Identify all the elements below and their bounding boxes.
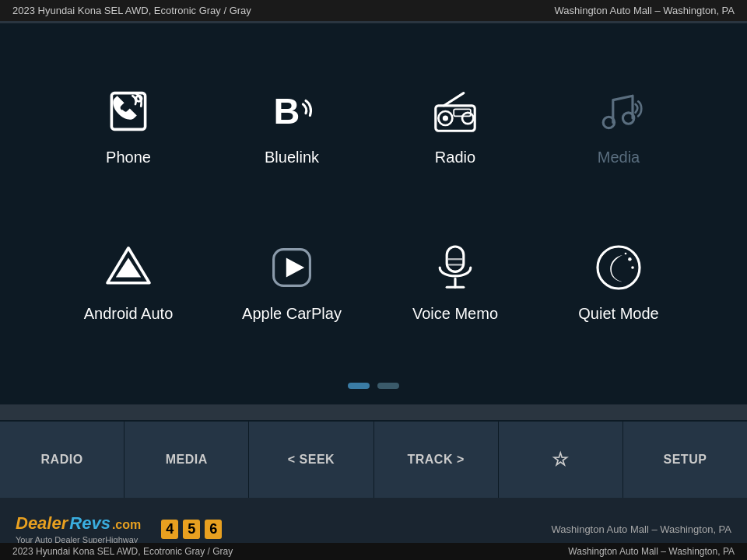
track-control-button[interactable]: TRACK > xyxy=(374,422,499,498)
voice-memo-label: Voice Memo xyxy=(412,305,498,323)
header-bar: 2023 Hyundai Kona SEL AWD, Ecotronic Gra… xyxy=(0,0,747,21)
radio-control-label: RADIO xyxy=(41,453,83,467)
seek-control-label: < SEEK xyxy=(288,453,335,467)
watermark-number-6: 6 xyxy=(205,520,222,539)
radio-control-button[interactable]: RADIO xyxy=(0,422,124,498)
bottom-caption-left: 2023 Hyundai Kona SEL AWD, Ecotronic Gra… xyxy=(12,546,233,557)
seek-control-button[interactable]: < SEEK xyxy=(249,422,374,498)
radio-app-button[interactable]: Radio xyxy=(374,47,537,203)
svg-point-20 xyxy=(628,257,632,261)
page-dot-1[interactable] xyxy=(348,383,370,389)
media-control-button[interactable]: MEDIA xyxy=(124,422,249,498)
apple-carplay-app-button[interactable]: Apple CarPlay xyxy=(210,203,374,359)
footer-right: Washington Auto Mall – Washington, PA xyxy=(552,523,731,535)
svg-point-22 xyxy=(625,253,627,255)
bluelink-label: Bluelink xyxy=(265,149,319,166)
header-right: Washington Auto Mall – Washington, PA xyxy=(555,5,735,16)
android-auto-label: Android Auto xyxy=(84,305,174,323)
watermark-number-5: 5 xyxy=(183,520,200,539)
watermark: Dealer Revs .com Your Auto Dealer SuperH… xyxy=(16,513,222,544)
phone-app-button[interactable]: Phone xyxy=(47,47,210,203)
media-label: Media xyxy=(598,149,640,166)
watermark-number-4: 4 xyxy=(161,520,178,539)
bottom-caption-bar: 2023 Hyundai Kona SEL AWD, Ecotronic Gra… xyxy=(0,543,747,560)
favorite-control-button[interactable]: ☆ xyxy=(499,422,623,498)
radio-label: Radio xyxy=(435,149,475,166)
svg-line-3 xyxy=(444,93,464,106)
media-control-label: MEDIA xyxy=(166,453,208,467)
favorite-icon: ☆ xyxy=(552,449,570,471)
app-icons-grid: Phone B Bluelink xyxy=(0,23,747,383)
quiet-mode-app-button[interactable]: Quiet Mode xyxy=(537,203,700,359)
page-dot-2[interactable] xyxy=(377,383,399,389)
setup-control-label: SETUP xyxy=(664,453,707,467)
android-auto-app-button[interactable]: Android Auto xyxy=(47,203,210,359)
bottom-caption-right: Washington Auto Mall – Washington, PA xyxy=(568,546,735,557)
header-left: 2023 Hyundai Kona SEL AWD, Ecotronic Gra… xyxy=(12,5,251,16)
media-app-button[interactable]: Media xyxy=(537,47,700,203)
svg-point-6 xyxy=(462,113,473,124)
voice-memo-app-button[interactable]: Voice Memo xyxy=(374,203,537,359)
quiet-mode-label: Quiet Mode xyxy=(578,305,658,323)
watermark-com: .com xyxy=(112,518,141,532)
svg-marker-13 xyxy=(286,257,304,277)
footer-right-text: Washington Auto Mall – Washington, PA xyxy=(552,523,731,535)
watermark-dealer: Dealer xyxy=(16,513,68,534)
svg-text:B: B xyxy=(274,91,300,131)
controls-bar: RADIO MEDIA < SEEK TRACK > ☆ SETUP xyxy=(0,420,747,498)
infotainment-screen: Phone B Bluelink xyxy=(0,23,747,404)
track-control-label: TRACK > xyxy=(407,453,464,467)
svg-point-21 xyxy=(631,266,634,269)
svg-point-5 xyxy=(443,115,448,121)
watermark-revs: Revs xyxy=(69,513,110,534)
apple-carplay-label: Apple CarPlay xyxy=(242,305,342,323)
phone-label: Phone xyxy=(106,149,151,166)
page-indicators xyxy=(348,383,399,389)
setup-control-button[interactable]: SETUP xyxy=(623,422,747,498)
bluelink-app-button[interactable]: B Bluelink xyxy=(210,47,374,203)
